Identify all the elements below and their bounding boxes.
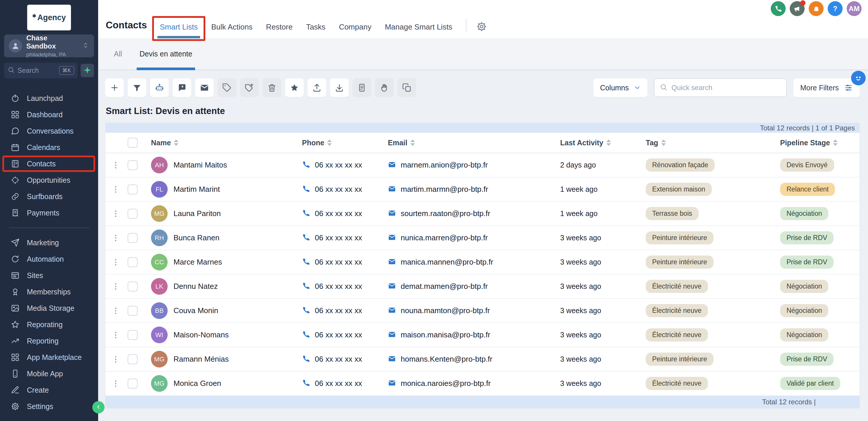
row-menu-icon[interactable] bbox=[111, 379, 120, 388]
tab-tasks[interactable]: Tasks bbox=[306, 16, 326, 38]
toolbar-star-icon[interactable] bbox=[285, 78, 304, 97]
sidebar-item-opportunities[interactable]: Opportunities bbox=[0, 172, 98, 188]
sort-icon[interactable] bbox=[327, 139, 332, 146]
row-checkbox[interactable] bbox=[128, 306, 137, 316]
subtab-all[interactable]: All bbox=[111, 38, 125, 69]
ai-assistant-badge[interactable] bbox=[851, 71, 866, 85]
account-switcher[interactable]: Chase Sandbox philadelphia, PA bbox=[4, 34, 94, 57]
agency-logo[interactable]: ✱ Agency bbox=[27, 5, 71, 30]
contact-email[interactable]: nouna.mamton@pro-btp.fr bbox=[401, 306, 490, 315]
subtab-devis-en-attente[interactable]: Devis en attente bbox=[137, 38, 195, 69]
sidebar-item-automation[interactable]: Automation bbox=[0, 251, 98, 267]
user-avatar[interactable]: AM bbox=[847, 1, 862, 16]
contact-email[interactable]: sourtem.raaton@pro-btp.fr bbox=[401, 209, 490, 218]
select-all-checkbox[interactable] bbox=[128, 138, 137, 148]
sidebar-item-calendars[interactable]: Calendars bbox=[0, 139, 98, 156]
toolbar-message-icon[interactable] bbox=[173, 78, 191, 97]
tab-smart-lists[interactable]: Smart Lists bbox=[160, 16, 198, 38]
row-menu-icon[interactable] bbox=[111, 209, 120, 218]
sidebar-item-contacts[interactable]: Contacts bbox=[0, 156, 98, 172]
contact-name[interactable]: Maison-Nomans bbox=[174, 330, 229, 339]
contact-phone[interactable]: 06 xx xx xx xx bbox=[315, 330, 362, 339]
header-action-phone-icon[interactable] bbox=[771, 1, 786, 16]
columns-dropdown[interactable]: Columns bbox=[593, 78, 648, 97]
tab-restore[interactable]: Restore bbox=[266, 16, 292, 38]
sort-icon[interactable] bbox=[833, 139, 838, 146]
contact-name[interactable]: Martim Marint bbox=[174, 185, 220, 194]
contact-phone[interactable]: 06 xx xx xx xx bbox=[315, 185, 362, 194]
toolbar-robot-icon[interactable] bbox=[150, 78, 169, 97]
tab-bulk-actions[interactable]: Bulk Actions bbox=[211, 16, 253, 38]
sort-icon[interactable] bbox=[174, 139, 179, 146]
header-action-megaphone-icon[interactable] bbox=[790, 1, 805, 16]
contact-name[interactable]: Launa Pariton bbox=[174, 209, 221, 218]
column-header-pipeline-stage[interactable]: Pipeline Stage bbox=[777, 139, 859, 147]
more-filters-button[interactable]: More Filters bbox=[793, 78, 860, 97]
contact-name[interactable]: Marce Marnes bbox=[174, 258, 222, 266]
contact-email[interactable]: monica.naroies@pro-btp.fr bbox=[401, 379, 491, 388]
column-header-tag[interactable]: Tag bbox=[634, 139, 777, 147]
contact-email[interactable]: maison.manisa@pro-btp.fr bbox=[401, 330, 490, 339]
sort-icon[interactable] bbox=[606, 139, 611, 146]
sidebar-item-payments[interactable]: Payments bbox=[0, 205, 98, 221]
contact-name[interactable]: Mantami Maitos bbox=[174, 161, 227, 170]
row-menu-icon[interactable] bbox=[111, 355, 120, 364]
sidebar-item-settings[interactable]: Settings bbox=[0, 398, 98, 415]
sidebar-item-media-storage[interactable]: Media Storage bbox=[0, 300, 98, 316]
column-header-name[interactable]: Name bbox=[144, 139, 298, 147]
sidebar-item-marketing[interactable]: Marketing bbox=[0, 234, 98, 251]
row-checkbox[interactable] bbox=[128, 209, 137, 219]
contact-phone[interactable]: 06 xx xx xx xx bbox=[315, 282, 362, 291]
sort-icon[interactable] bbox=[410, 139, 415, 146]
contact-phone[interactable]: 06 xx xx xx xx bbox=[315, 355, 362, 364]
sidebar-collapse-button[interactable] bbox=[92, 401, 104, 413]
contact-phone[interactable]: 06 xx xx xx xx bbox=[315, 379, 362, 388]
row-checkbox[interactable] bbox=[128, 257, 137, 267]
toolbar-plus-icon[interactable] bbox=[105, 78, 124, 97]
row-menu-icon[interactable] bbox=[111, 161, 120, 170]
column-header-phone[interactable]: Phone bbox=[298, 139, 383, 147]
tab-company[interactable]: Company bbox=[339, 16, 371, 38]
sidebar-item-launchpad[interactable]: Launchpad bbox=[0, 90, 98, 106]
sidebar-item-memberships[interactable]: Memberships bbox=[0, 284, 98, 300]
contact-email[interactable]: demat.mamen@pro-btp.fr bbox=[401, 282, 488, 291]
sidebar-item-mobile-app[interactable]: Mobile App bbox=[0, 365, 98, 382]
contact-email[interactable]: martim.marmn@pro-btp.fr bbox=[401, 185, 488, 194]
toolbar-download-icon[interactable] bbox=[330, 78, 349, 97]
row-menu-icon[interactable] bbox=[111, 306, 120, 315]
row-menu-icon[interactable] bbox=[111, 331, 120, 339]
sidebar-item-dashboard[interactable]: Dashboard bbox=[0, 106, 98, 123]
row-checkbox[interactable] bbox=[128, 233, 137, 243]
sidebar-item-reporting[interactable]: Reporting bbox=[0, 333, 98, 349]
row-checkbox[interactable] bbox=[128, 330, 137, 340]
row-menu-icon[interactable] bbox=[111, 233, 120, 242]
quick-search-input[interactable]: Quick search bbox=[654, 78, 787, 97]
row-menu-icon[interactable] bbox=[111, 282, 120, 291]
contact-name[interactable]: Ramann Ménias bbox=[174, 355, 229, 364]
contact-email[interactable]: marnem.anion@pro-btp.fr bbox=[401, 161, 488, 170]
toolbar-upload-icon[interactable] bbox=[308, 78, 326, 97]
header-action-bell-icon[interactable] bbox=[809, 1, 824, 16]
toolbar-envelope-icon[interactable] bbox=[195, 78, 214, 97]
row-checkbox[interactable] bbox=[128, 378, 137, 389]
row-checkbox[interactable] bbox=[128, 354, 137, 364]
contact-phone[interactable]: 06 xx xx xx xx bbox=[315, 209, 362, 218]
sidebar-item-app-marketplace[interactable]: App Marketplace bbox=[0, 349, 98, 365]
contact-phone[interactable]: 06 xx xx xx xx bbox=[315, 161, 362, 170]
row-checkbox[interactable] bbox=[128, 282, 137, 291]
contact-name[interactable]: Monica Groen bbox=[174, 379, 221, 388]
contact-phone[interactable]: 06 xx xx xx xx bbox=[315, 233, 362, 242]
row-menu-icon[interactable] bbox=[111, 185, 120, 194]
column-header-email[interactable]: Email bbox=[383, 139, 552, 147]
sidebar-item-reporating[interactable]: Reporating bbox=[0, 316, 98, 333]
sidebar-item-surfboards[interactable]: Surfboards bbox=[0, 188, 98, 205]
quick-add-button[interactable] bbox=[81, 64, 94, 77]
sidebar-item-create[interactable]: Create bbox=[0, 382, 98, 398]
sort-icon[interactable] bbox=[661, 139, 666, 146]
row-checkbox[interactable] bbox=[128, 160, 137, 170]
contact-name[interactable]: Couva Monin bbox=[174, 306, 218, 315]
row-checkbox[interactable] bbox=[128, 185, 137, 194]
sidebar-item-sites[interactable]: Sites bbox=[0, 267, 98, 284]
sidebar-item-conversations[interactable]: Conversations bbox=[0, 123, 98, 139]
tab-manage-smart-lists[interactable]: Manage Smart Lists bbox=[385, 16, 453, 38]
